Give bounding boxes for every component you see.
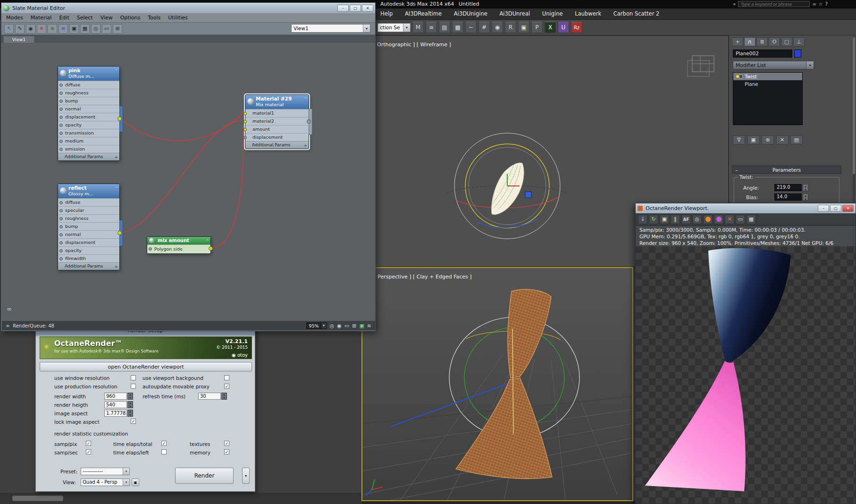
stop-render-icon[interactable]: ✕ [725,215,734,224]
zoom-tool-icon[interactable]: ◉ [337,323,342,329]
object-picker-icon[interactable] [714,215,723,224]
samp-sec-checkbox[interactable]: ✓ [86,449,91,454]
preset-combo[interactable]: ------------ ▾ [81,468,130,475]
render-setup-icon[interactable]: R [505,22,516,33]
image-aspect-spinner[interactable]: ▴▾ [127,410,133,417]
curve-editor-icon[interactable]: ~ [465,22,477,33]
menu-modes[interactable]: Modes [6,15,23,21]
open-octane-viewport-button[interactable]: open OctaneRender viewport [40,362,252,371]
tab-hierarchy[interactable]: ≣ [756,37,768,46]
viewport-label[interactable]: Orthographic ] [ Wireframe ] [377,42,451,48]
autoupdate-movable-proxy-checkbox[interactable]: ✓ [224,384,229,389]
node-header[interactable]: Material #29 Mix material – [245,95,309,109]
view-select-combo[interactable]: View1 ▾ [291,24,370,33]
tab-motion[interactable]: O [769,37,780,46]
time-slider[interactable] [12,496,63,501]
maximize-button[interactable]: ▢ [350,5,361,12]
slot-connector-icon[interactable] [59,257,63,260]
make-unique-icon[interactable]: ⊕ [762,135,774,144]
hide-unused-slots-icon[interactable]: ≋ [59,24,68,34]
tab-view1[interactable]: View1 [3,36,34,43]
slot-connector-icon[interactable] [59,249,63,252]
search-icon[interactable]: ∞ [812,1,816,7]
slot-connector-icon[interactable] [59,124,63,127]
close-button[interactable]: ✕ [362,5,373,12]
image-aspect-field[interactable]: 1.77778 [104,410,127,417]
menu-unigine[interactable]: Unigine [542,10,563,17]
maximize-button[interactable]: ▢ [830,205,841,212]
render-options-arrow[interactable]: ▾ [242,468,250,484]
material-picker-icon[interactable] [703,215,713,224]
chevron-icon[interactable]: » [733,1,736,7]
minimize-button[interactable]: – [337,5,349,12]
selection-set-combo[interactable]: ction Se ▾ [378,23,411,32]
display-mode-icon[interactable]: ▭ [736,215,745,224]
help-icon[interactable]: ? [825,1,828,7]
lock-resolution-icon[interactable]: ▣ [660,215,669,224]
tab-display[interactable]: ▢ [781,37,792,46]
rendered-frame-icon[interactable]: ▣ [518,22,529,33]
zoom-region-icon[interactable]: ▭ [102,24,111,34]
additional-params-bar[interactable]: Additional Params+ [58,153,119,160]
layout-all-icon[interactable]: ⊞ [113,24,122,34]
angle-spinner[interactable]: ▴▾ [803,184,808,191]
output-connector-icon[interactable] [209,246,213,251]
slot-connector-icon[interactable] [59,201,63,204]
render-height-field[interactable]: 540 [104,401,127,408]
zoom-extents-icon[interactable]: ⊞ [352,323,356,329]
expand-icon[interactable]: + [303,142,307,149]
textures-checkbox[interactable]: ✓ [224,441,229,446]
slot-connector-icon[interactable] [243,120,247,123]
menu-view[interactable]: View [101,15,113,21]
x-plugin-icon[interactable]: X [545,22,556,33]
pin-stack-icon[interactable]: ∇ [733,135,745,144]
slot-connector-icon[interactable] [59,92,63,95]
material-editor-icon[interactable]: ◉ [492,22,503,33]
remove-modifier-icon[interactable]: ✕ [776,135,789,144]
slot-connector-icon[interactable] [59,108,63,111]
graphite-ribbon-icon[interactable]: ▦ [452,22,463,33]
combo-arrow-icon[interactable]: ▾ [321,323,327,328]
menu-ai3dunreal[interactable]: Ai3DUnreal [499,10,530,17]
pick-material-icon[interactable]: ✎ [15,24,25,34]
slot-connector-icon[interactable] [59,84,63,87]
collapse-icon[interactable]: – [735,166,738,174]
delete-selected-icon[interactable]: ✕ [37,24,46,34]
slot-connector-icon[interactable] [149,247,152,251]
refresh-time-field[interactable]: 30 [198,393,221,400]
combo-arrow-icon[interactable]: ▾ [403,24,410,32]
close-button[interactable]: ✕ [842,205,854,212]
slot-connector-icon[interactable] [59,209,63,212]
pan-hand-icon[interactable]: ≋ [367,323,371,329]
view-combo[interactable]: Quad 4 - Persp ▾ [81,479,130,486]
samp-pix-checkbox[interactable]: ✓ [86,441,91,446]
object-color-swatch[interactable] [794,50,801,58]
time-total-checkbox[interactable]: ✓ [161,441,167,446]
slot-connector-icon[interactable] [59,116,63,119]
render-height-spinner[interactable]: ▴▾ [127,401,133,408]
combo-arrow-icon[interactable]: ▾ [123,479,129,486]
octane-render-area[interactable] [636,246,856,504]
slot-connector-icon[interactable] [243,112,247,115]
minimize-button[interactable]: – [818,205,829,212]
unigine-plugin-icon[interactable]: U [558,22,569,33]
menu-select[interactable]: Select [77,15,93,21]
zoom-selected-icon[interactable]: ▣ [359,323,364,329]
slot-connector-icon[interactable] [243,136,247,139]
output-connector-icon[interactable] [307,119,311,124]
output-connector-icon[interactable] [117,117,122,121]
node-header[interactable]: pink Diffuse m... – [58,67,119,81]
node-mix-material[interactable]: Material #29 Mix material – material1 ma… [245,94,309,149]
render-production-icon[interactable]: P [531,22,543,33]
save-image-icon[interactable]: ⇓ [638,215,647,224]
parameters-rollout[interactable]: – Parameters [732,166,841,174]
combo-arrow-icon[interactable]: ▾ [806,61,814,69]
slot-connector-icon[interactable] [59,225,63,228]
render-width-field[interactable]: 960 [104,393,127,400]
align-icon[interactable]: ≡ [426,22,437,33]
film-settings-icon[interactable]: ▦ [747,215,756,224]
stack-item-plane[interactable]: Plane [733,80,802,88]
use-viewport-background-checkbox[interactable] [224,375,229,380]
slot-connector-icon[interactable] [59,140,63,143]
collapse-node-icon[interactable]: – [116,185,118,189]
